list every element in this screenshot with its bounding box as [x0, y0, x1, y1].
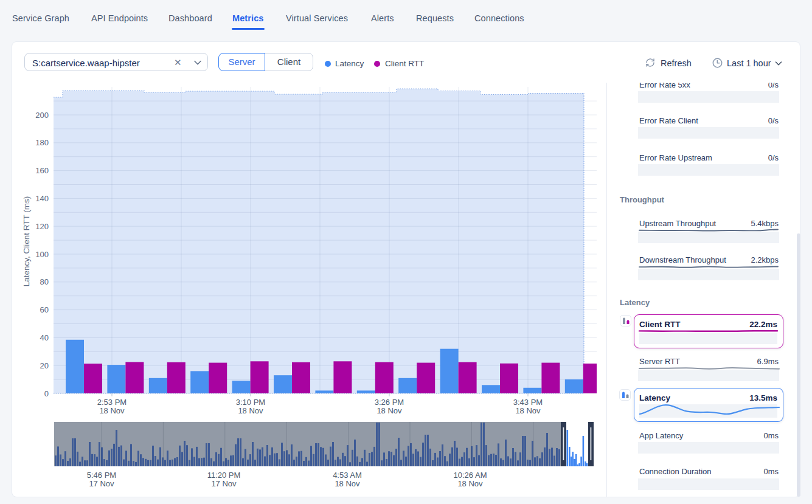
svg-text:20: 20 [40, 361, 49, 370]
svg-text:18 Nov: 18 Nov [515, 406, 541, 415]
svg-text:60: 60 [40, 305, 49, 314]
svg-text:4:53 AM: 4:53 AM [333, 471, 362, 480]
svg-text:17 Nov: 17 Nov [89, 479, 114, 488]
svg-text:18 Nov: 18 Nov [377, 406, 402, 415]
svg-text:Latency, Client RTT (ms): Latency, Client RTT (ms) [22, 196, 31, 287]
svg-text:80: 80 [40, 277, 49, 286]
svg-text:100: 100 [35, 250, 49, 259]
svg-text:200: 200 [35, 111, 49, 120]
svg-text:5:46 PM: 5:46 PM [87, 471, 116, 480]
svg-text:180: 180 [35, 138, 49, 147]
svg-text:18 Nov: 18 Nov [238, 406, 263, 415]
svg-text:3:10 PM: 3:10 PM [236, 398, 265, 407]
svg-text:10:26 AM: 10:26 AM [454, 471, 487, 480]
svg-text:18 Nov: 18 Nov [335, 479, 360, 488]
svg-text:0: 0 [44, 389, 49, 398]
svg-text:3:26 PM: 3:26 PM [375, 398, 404, 407]
svg-text:120: 120 [35, 222, 49, 231]
svg-text:40: 40 [40, 333, 49, 342]
svg-text:17 Nov: 17 Nov [211, 479, 237, 488]
svg-text:18 Nov: 18 Nov [99, 406, 125, 415]
svg-text:3:43 PM: 3:43 PM [513, 398, 543, 407]
svg-text:140: 140 [35, 194, 49, 203]
svg-text:11:20 PM: 11:20 PM [207, 471, 241, 480]
svg-text:18 Nov: 18 Nov [457, 479, 483, 488]
svg-text:160: 160 [35, 166, 49, 175]
svg-text:2:53 PM: 2:53 PM [97, 398, 127, 407]
